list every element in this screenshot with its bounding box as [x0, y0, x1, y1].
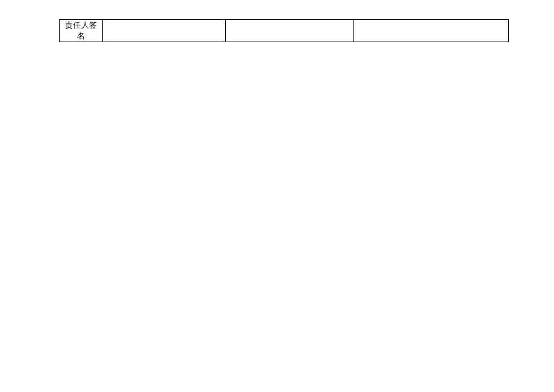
signature-row: 责任人签名	[60, 20, 509, 42]
signature-field-3	[354, 20, 509, 42]
row-label-cell: 责任人签名	[60, 20, 103, 42]
signature-field-2	[226, 20, 354, 42]
row-label: 责任人签名	[65, 20, 98, 40]
signature-table: 责任人签名	[59, 19, 509, 42]
document-page: 责任人签名	[0, 0, 554, 42]
signature-field-1	[103, 20, 226, 42]
